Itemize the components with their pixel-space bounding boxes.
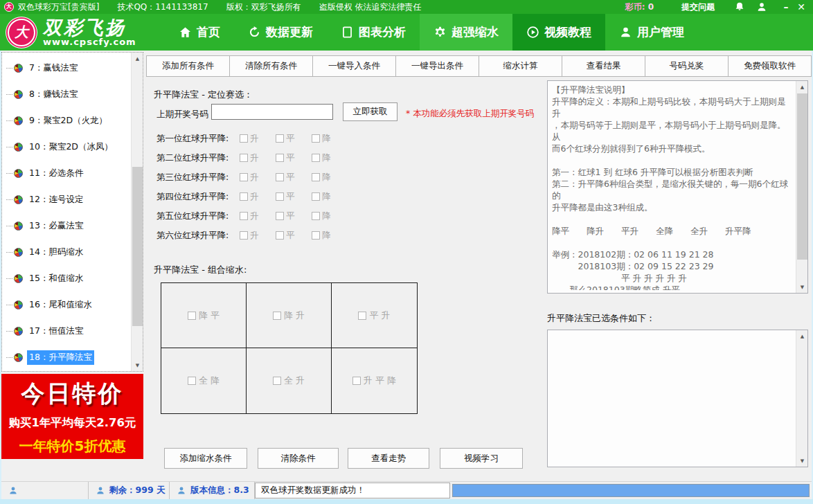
scroll-up-icon[interactable]: ▲	[796, 81, 808, 93]
checkbox-down[interactable]: 降	[312, 152, 348, 164]
sidebar-item-17[interactable]: 17：恒值法宝	[2, 318, 131, 344]
checkbox-flat[interactable]: 平	[276, 152, 312, 164]
checkbox-up[interactable]: 升	[240, 191, 276, 203]
number-redeem-button[interactable]: 号码兑奖	[645, 55, 729, 77]
checkbox-icon[interactable]	[188, 377, 196, 385]
scrollbar-thumb[interactable]	[132, 167, 143, 326]
scroll-down-icon[interactable]: ▼	[796, 281, 808, 293]
tree-connector	[6, 278, 12, 279]
checkbox-flat[interactable]: 平	[276, 172, 312, 183]
sidebar-item-12[interactable]: 12：连号设定	[2, 186, 131, 213]
checkbox-up[interactable]: 升	[240, 152, 276, 164]
checkbox-icon[interactable]	[273, 312, 281, 320]
checkbox-flat[interactable]: 平	[276, 230, 312, 242]
get-now-button[interactable]: 立即获取	[343, 102, 397, 121]
titlebar: 大 双色球彩万宝[贵宾版] 技术QQ：1141133817 版权：双彩飞扬所有 …	[0, 0, 813, 14]
combo-cell-all-down[interactable]: 全 降	[161, 348, 247, 413]
checkbox-icon[interactable]	[312, 134, 320, 143]
checkbox-icon[interactable]	[240, 154, 248, 162]
checkbox-icon[interactable]	[312, 154, 320, 162]
combo-cell-up-flat-down[interactable]: 升 平 降	[332, 348, 417, 413]
submit-issue-button[interactable]: 提交问题	[681, 1, 715, 13]
selected-list-scrollbar[interactable]: ▲ ▼	[796, 330, 807, 467]
sidebar-item-8[interactable]: 8：赚钱法宝	[2, 81, 131, 107]
checkbox-down[interactable]: 降	[312, 210, 348, 222]
checkbox-up[interactable]: 升	[240, 172, 276, 183]
scrollbar-thumb[interactable]	[797, 93, 807, 260]
export-conditions-button[interactable]: 一键导出条件	[395, 55, 479, 77]
scroll-up-icon[interactable]: ▲	[796, 330, 808, 342]
checkbox-icon[interactable]	[188, 312, 196, 320]
prev-draw-input[interactable]	[211, 104, 333, 120]
sidebar-item-16[interactable]: 16：尾和值缩水	[2, 291, 131, 318]
shrink-calculate-button[interactable]: 缩水计算	[479, 55, 562, 77]
sidebar-scrollbar[interactable]: ▲ ▼	[131, 53, 143, 371]
combo-cell-flat-up[interactable]: 平 升	[332, 283, 417, 348]
checkbox-icon[interactable]	[240, 192, 248, 201]
sidebar-item-18-selected[interactable]: 18：升平降法宝	[2, 344, 131, 370]
view-trend-button[interactable]: 查看走势	[348, 448, 429, 469]
checkbox-icon[interactable]	[273, 377, 281, 385]
checkbox-icon[interactable]	[276, 231, 284, 240]
checkbox-icon[interactable]	[276, 192, 284, 201]
combo-cell-all-up[interactable]: 全 升	[247, 348, 332, 413]
bell-icon[interactable]	[734, 1, 745, 12]
checkbox-flat[interactable]: 平	[276, 133, 312, 145]
sidebar-item-9[interactable]: 9：聚宝2D（火龙）	[2, 107, 131, 134]
menu-super-shrink[interactable]: 超强缩水	[420, 14, 512, 51]
checkbox-flat[interactable]: 平	[276, 210, 312, 222]
checkbox-down[interactable]: 降	[312, 230, 348, 242]
sidebar-item-11[interactable]: 11：必选条件	[2, 160, 131, 186]
checkbox-icon[interactable]	[276, 212, 284, 220]
sidebar-item-13[interactable]: 13：必赢法宝	[2, 213, 131, 239]
clear-all-conditions-button[interactable]: 清除所有条件	[229, 55, 313, 77]
add-shrink-condition-button[interactable]: 添加缩水条件	[164, 448, 247, 469]
checkbox-icon[interactable]	[358, 312, 366, 320]
checkbox-icon[interactable]	[312, 192, 320, 201]
checkbox-icon[interactable]	[240, 212, 248, 220]
combo-cell-down-up[interactable]: 降 升	[247, 283, 332, 348]
view-results-button[interactable]: 查看结果	[562, 55, 645, 77]
sidebar-item-10[interactable]: 10：聚宝2D（冰凤）	[2, 134, 131, 160]
checkbox-icon[interactable]	[276, 134, 284, 143]
import-conditions-button[interactable]: 一键导入条件	[312, 55, 396, 77]
clear-condition-button[interactable]: 清除条件	[258, 448, 339, 469]
description-scrollbar[interactable]: ▲ ▼	[796, 81, 807, 293]
checkbox-icon[interactable]	[312, 231, 320, 240]
menu-video-tutorial[interactable]: 视频教程	[512, 14, 605, 51]
checkbox-icon[interactable]	[240, 231, 248, 240]
checkbox-down[interactable]: 降	[312, 133, 348, 145]
scroll-down-icon[interactable]: ▼	[796, 455, 808, 467]
video-learn-button[interactable]: 视频学习	[440, 448, 523, 469]
sidebar-item-14[interactable]: 14：胆码缩水	[2, 239, 131, 265]
menu-user-management[interactable]: 用户管理	[605, 14, 698, 51]
checkbox-icon[interactable]	[312, 212, 320, 220]
checkbox-flat[interactable]: 平	[276, 191, 312, 203]
checkbox-icon[interactable]	[276, 173, 284, 181]
minimize-button[interactable]: –	[778, 1, 794, 12]
menu-video-tutorial-label: 视频教程	[544, 24, 591, 40]
checkbox-icon[interactable]	[240, 134, 248, 143]
checkbox-up[interactable]: 升	[240, 210, 276, 222]
menu-home[interactable]: 首页	[165, 14, 234, 51]
combo-cell-down-flat[interactable]: 降 平	[161, 283, 247, 348]
menu-chart-analysis[interactable]: 图表分析	[327, 14, 420, 51]
scroll-up-icon[interactable]: ▲	[132, 53, 143, 64]
checkbox-icon[interactable]	[240, 173, 248, 181]
menu-data-update[interactable]: 数据更新	[234, 14, 327, 51]
close-button[interactable]: ✕	[794, 1, 809, 12]
scroll-down-icon[interactable]: ▼	[132, 359, 143, 371]
checkbox-icon[interactable]	[312, 173, 320, 181]
checkbox-icon[interactable]	[276, 154, 284, 162]
add-all-conditions-button[interactable]: 添加所有条件	[146, 55, 230, 77]
checkbox-up[interactable]: 升	[240, 133, 276, 145]
checkbox-down[interactable]: 降	[312, 191, 348, 203]
checkbox-icon[interactable]	[352, 377, 361, 385]
checkbox-down[interactable]: 降	[312, 172, 348, 183]
sidebar-item-15[interactable]: 15：和值缩水	[2, 265, 131, 291]
free-software-button[interactable]: 免费领取软件	[728, 55, 812, 77]
user-icon[interactable]	[756, 1, 767, 12]
sidebar-item-7[interactable]: 7：赢钱法宝	[2, 55, 131, 81]
checkbox-up[interactable]: 升	[240, 230, 276, 242]
promo-banner[interactable]: 今日特价 购买1年平均每天2.76元 一年特价5折优惠	[1, 374, 143, 459]
